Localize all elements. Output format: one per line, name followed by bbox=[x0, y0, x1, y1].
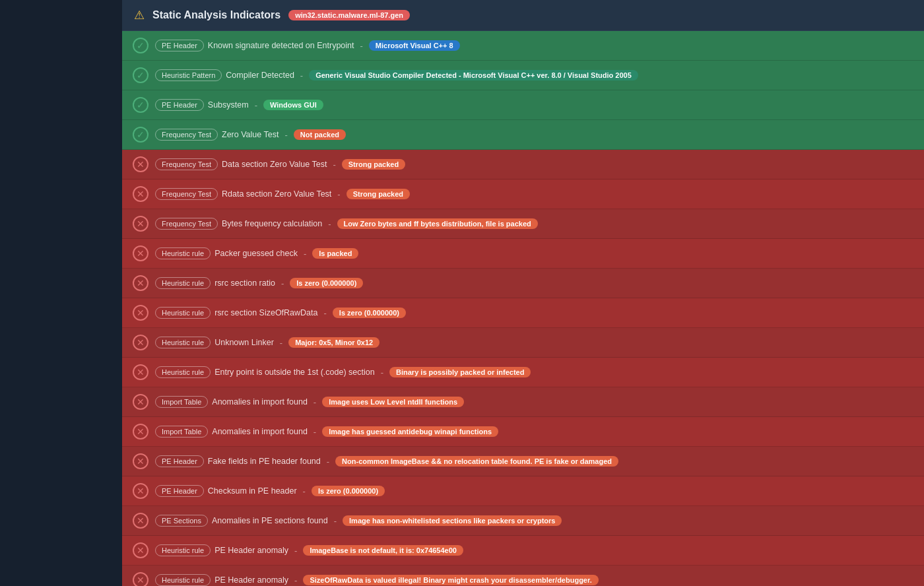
row-description: PE Header anomaly bbox=[214, 575, 288, 585]
row-description: Unknown Linker bbox=[214, 338, 274, 347]
row-description: Subsystem bbox=[208, 100, 249, 110]
indicator-row: ✕Heuristic ruleUnknown Linker-Major: 0x5… bbox=[122, 328, 924, 358]
check-icon: ✓ bbox=[133, 67, 148, 83]
row-separator: - bbox=[381, 368, 383, 377]
row-content: Heuristic PatternCompiler Detected-Gener… bbox=[155, 69, 913, 81]
row-content: Frequency TestZero Value Test-Not packed bbox=[155, 129, 913, 141]
row-value-badge: Windows GUI bbox=[263, 100, 323, 110]
row-content: Frequency TestData section Zero Value Te… bbox=[155, 158, 913, 170]
indicator-row: ✕PE SectionsAnomalies in PE sections fou… bbox=[122, 506, 924, 536]
row-separator: - bbox=[280, 338, 282, 348]
row-value-badge: Is zero (0.000000) bbox=[333, 308, 406, 318]
row-value-badge: Not packed bbox=[294, 129, 346, 140]
row-tag: Heuristic Pattern bbox=[155, 69, 222, 81]
row-separator: - bbox=[333, 160, 335, 170]
row-content: Heuristic ruleEntry point is outside the… bbox=[155, 366, 913, 378]
row-value-badge: Is packed bbox=[312, 248, 358, 259]
row-content: Frequency TestBytes frequency calculatio… bbox=[155, 218, 913, 230]
warning-icon: ⚠ bbox=[134, 8, 145, 22]
row-description: Compiler Detected bbox=[226, 71, 294, 80]
x-icon: ✕ bbox=[133, 305, 148, 321]
row-description: Zero Value Test bbox=[222, 130, 279, 139]
row-content: Heuristic rulersrc section ratio-Is zero… bbox=[155, 277, 913, 289]
row-content: PE HeaderChecksum in PE header-Is zero (… bbox=[155, 485, 913, 497]
indicator-row: ✕Heuristic rulersrc section SizeOfRawDat… bbox=[122, 298, 924, 328]
row-tag: Frequency Test bbox=[155, 188, 218, 200]
row-separator: - bbox=[334, 516, 337, 526]
row-tag: Heuristic rule bbox=[155, 247, 211, 259]
indicator-row: ✕Import TableAnomalies in import found-I… bbox=[122, 387, 924, 417]
row-tag: PE Header bbox=[155, 485, 204, 497]
indicators-list: ✓PE HeaderKnown signature detected on En… bbox=[122, 31, 924, 586]
row-content: Import TableAnomalies in import found-Im… bbox=[155, 396, 913, 408]
row-value-badge: Image uses Low Level ntdll functions bbox=[322, 397, 464, 407]
indicator-row: ✕Frequency TestBytes frequency calculati… bbox=[122, 209, 924, 239]
row-content: Frequency TestRdata section Zero Value T… bbox=[155, 188, 913, 200]
row-value-badge: Low Zero bytes and ff bytes distribution… bbox=[337, 218, 538, 229]
page-title: Static Analysis Indicators bbox=[152, 9, 280, 21]
row-description: PE Header anomaly bbox=[214, 546, 288, 555]
row-tag: Heuristic rule bbox=[155, 277, 211, 289]
check-icon: ✓ bbox=[133, 38, 148, 53]
row-description: Entry point is outside the 1st (.code) s… bbox=[214, 368, 375, 377]
indicator-row: ✕PE HeaderChecksum in PE header-Is zero … bbox=[122, 476, 924, 506]
x-icon: ✕ bbox=[133, 453, 148, 469]
row-description: Bytes frequency calculation bbox=[222, 219, 322, 228]
row-tag: Heuristic rule bbox=[155, 307, 211, 319]
page-header: ⚠ Static Analysis Indicators win32.stati… bbox=[122, 0, 924, 31]
row-content: PE SectionsAnomalies in PE sections foun… bbox=[155, 515, 913, 527]
row-tag: Heuristic rule bbox=[155, 574, 211, 586]
indicator-row: ✓PE HeaderKnown signature detected on En… bbox=[122, 31, 924, 61]
row-tag: PE Header bbox=[155, 455, 204, 467]
x-icon: ✕ bbox=[133, 364, 148, 380]
row-description: Anomalies in PE sections found bbox=[212, 516, 328, 525]
indicator-row: ✕Heuristic ruleEntry point is outside th… bbox=[122, 358, 924, 387]
row-tag: PE Sections bbox=[155, 515, 208, 527]
row-content: Heuristic rulePacker guessed check-Is pa… bbox=[155, 247, 913, 259]
x-icon: ✕ bbox=[133, 424, 148, 440]
x-icon: ✕ bbox=[133, 275, 148, 291]
row-content: Heuristic ruleUnknown Linker-Major: 0x5,… bbox=[155, 337, 913, 348]
indicator-row: ✕Heuristic rulePacker guessed check-Is p… bbox=[122, 239, 924, 269]
sidebar bbox=[0, 0, 122, 586]
indicator-row: ✕Heuristic rulersrc section ratio-Is zer… bbox=[122, 269, 924, 298]
indicator-row: ✓Heuristic PatternCompiler Detected-Gene… bbox=[122, 61, 924, 90]
x-icon: ✕ bbox=[133, 245, 148, 261]
row-tag: PE Header bbox=[155, 99, 204, 111]
row-tag: Heuristic rule bbox=[155, 544, 211, 556]
row-tag: Import Table bbox=[155, 396, 208, 408]
row-tag: Import Table bbox=[155, 426, 208, 438]
row-value-badge: ImageBase is not default, it is: 0x74654… bbox=[303, 545, 463, 556]
row-separator: - bbox=[304, 249, 306, 259]
row-separator: - bbox=[337, 189, 340, 199]
row-value-badge: Microsoft Visual C++ 8 bbox=[369, 40, 460, 51]
row-value-badge: Is zero (0.000000) bbox=[290, 278, 363, 288]
row-description: Rdata section Zero Value Test bbox=[222, 189, 331, 199]
row-description: Known signature detected on Entrypoint bbox=[208, 41, 354, 50]
row-value-badge: Image has non-whitelisted sections like … bbox=[343, 515, 562, 526]
row-value-badge: Strong packed bbox=[342, 159, 405, 170]
row-separator: - bbox=[294, 546, 297, 556]
row-separator: - bbox=[328, 219, 331, 229]
row-description: Anomalies in import found bbox=[212, 397, 308, 407]
row-content: Import TableAnomalies in import found-Im… bbox=[155, 426, 913, 438]
row-separator: - bbox=[314, 397, 316, 407]
row-description: Data section Zero Value Test bbox=[222, 160, 327, 169]
indicator-row: ✕Frequency TestData section Zero Value T… bbox=[122, 150, 924, 179]
x-icon: ✕ bbox=[133, 483, 148, 499]
row-description: Packer guessed check bbox=[214, 249, 298, 258]
x-icon: ✕ bbox=[133, 335, 148, 350]
row-separator: - bbox=[314, 427, 316, 437]
row-description: Fake fields in PE header found bbox=[208, 457, 321, 466]
row-tag: Frequency Test bbox=[155, 218, 218, 230]
row-content: PE HeaderKnown signature detected on Ent… bbox=[155, 40, 913, 51]
x-icon: ✕ bbox=[133, 186, 148, 202]
row-separator: - bbox=[281, 278, 284, 288]
row-separator: - bbox=[255, 100, 257, 110]
malware-badge: win32.static.malware.ml-87.gen bbox=[288, 10, 410, 20]
indicator-row: ✕Heuristic rulePE Header anomaly-ImageBa… bbox=[122, 536, 924, 566]
x-icon: ✕ bbox=[133, 542, 148, 558]
row-value-badge: Strong packed bbox=[346, 189, 410, 199]
check-icon: ✓ bbox=[133, 127, 148, 143]
row-value-badge: SizeOfRawData is valued illegal! Binary … bbox=[303, 575, 598, 585]
